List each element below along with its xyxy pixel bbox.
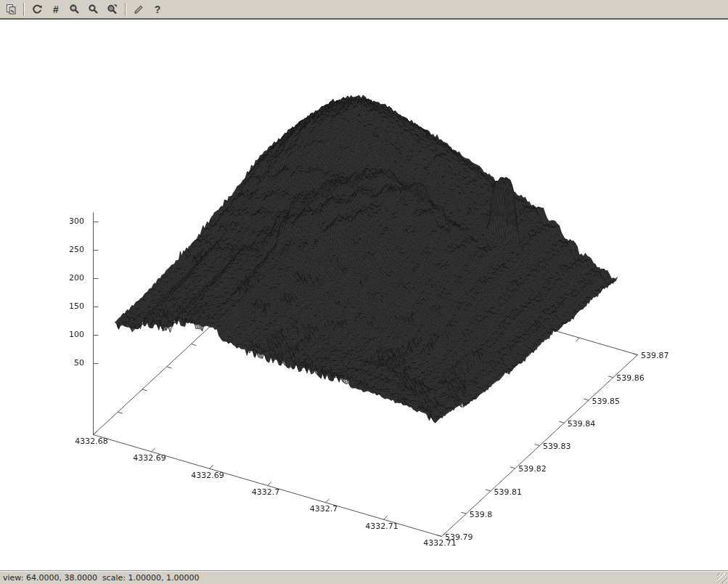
help-button[interactable]: ? [149,1,166,17]
help-icon: ? [155,4,161,15]
resize-grip[interactable] [717,573,727,583]
status-bar: view: 64.0000, 38.0000 scale: 1.00000, 1… [0,570,728,584]
copy-icon [5,4,17,15]
copy-to-clipboard-button[interactable] [2,1,20,17]
zoom-previous-icon [69,4,81,15]
gnuplot-window: # [0,0,728,584]
toolbar: # [0,0,728,20]
toolbar-separator [125,3,126,16]
toolbar-separator [23,3,25,16]
grid-icon: # [53,4,59,15]
autoscale-icon [107,4,118,15]
plot-area: 501001502002503004332.684332.694332.6943… [0,21,728,570]
configure-icon [133,4,144,15]
zoom-next-icon [88,4,99,15]
autoscale-button[interactable] [104,1,121,17]
surface-plot-canvas[interactable] [0,21,728,570]
toggle-grid-button[interactable]: # [47,1,65,17]
status-text: view: 64.0000, 38.0000 scale: 1.00000, 1… [0,573,199,583]
zoom-next-button[interactable] [85,1,102,17]
zoom-previous-button[interactable] [66,1,83,17]
replot-button[interactable] [28,1,46,17]
configure-button[interactable] [130,1,147,17]
replot-icon [31,4,43,15]
